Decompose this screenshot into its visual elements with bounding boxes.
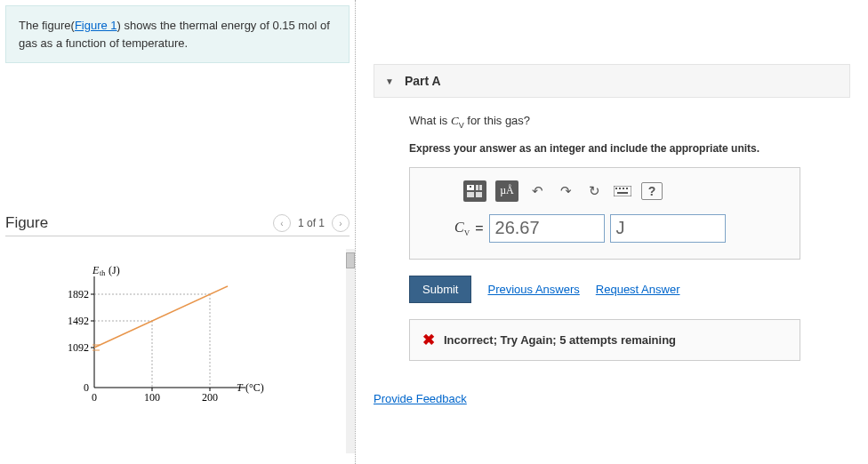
- svg-text:1892: 1892: [68, 288, 89, 300]
- svg-rect-37: [617, 192, 628, 194]
- svg-text:(J): (J): [108, 264, 120, 276]
- svg-text:th: th: [100, 269, 105, 277]
- redo-icon[interactable]: ↷: [556, 181, 575, 201]
- figure-prev-button[interactable]: ‹: [273, 214, 291, 232]
- figure-title: Figure: [5, 214, 48, 232]
- svg-rect-35: [623, 188, 624, 189]
- part-label: Part A: [405, 74, 441, 88]
- problem-pre: The figure(: [19, 19, 75, 32]
- svg-text:1492: 1492: [68, 315, 89, 327]
- toolbar: µÅ ↶ ↷ ↻ ?: [463, 180, 787, 202]
- submit-button[interactable]: Submit: [409, 276, 471, 303]
- figure-section: Figure ‹ 1 of 1 › 0 1092 1492: [0, 214, 355, 414]
- svg-text:E: E: [92, 264, 100, 276]
- figure-nav-text: 1 of 1: [298, 217, 325, 229]
- figure-header: Figure ‹ 1 of 1 ›: [5, 214, 350, 236]
- svg-rect-36: [626, 188, 628, 189]
- svg-rect-32: [614, 186, 631, 196]
- svg-text:(°C): (°C): [245, 381, 264, 394]
- request-answer-link[interactable]: Request Answer: [596, 283, 680, 296]
- svg-rect-31: [476, 192, 482, 197]
- svg-text:200: 200: [202, 391, 218, 404]
- answer-value-input[interactable]: [489, 214, 605, 243]
- keyboard-icon[interactable]: [613, 181, 632, 201]
- svg-rect-29: [479, 185, 482, 190]
- answer-var: CV: [454, 220, 470, 237]
- caret-down-icon: ▼: [385, 76, 394, 86]
- scroll-track: [346, 249, 355, 453]
- figure-nav: ‹ 1 of 1 ›: [273, 214, 350, 232]
- help-button[interactable]: ?: [641, 182, 663, 200]
- svg-text:0: 0: [92, 391, 97, 404]
- svg-line-18: [94, 286, 228, 348]
- previous-answers-link[interactable]: Previous Answers: [487, 283, 579, 296]
- svg-rect-28: [476, 185, 478, 190]
- answer-box: µÅ ↶ ↷ ↻ ? CV =: [409, 167, 800, 260]
- svg-text:100: 100: [144, 391, 160, 404]
- answer-row: CV =: [454, 214, 787, 243]
- incorrect-icon: ✖: [422, 331, 435, 349]
- chart-svg: 0 1092 1492 1892 0 100 200: [50, 263, 281, 414]
- part-header[interactable]: ▼ Part A: [374, 64, 850, 98]
- right-pane: ▼ Part A What is CV for this gas? Expres…: [356, 0, 868, 464]
- feedback-box: ✖ Incorrect; Try Again; 5 attempts remai…: [409, 319, 800, 361]
- svg-text:0: 0: [84, 381, 89, 394]
- templates-icon: [467, 185, 483, 197]
- figure-next-button[interactable]: ›: [332, 214, 350, 232]
- equals-sign: =: [475, 220, 483, 236]
- answer-unit-input[interactable]: [610, 214, 726, 243]
- submit-row: Submit Previous Answers Request Answer: [409, 276, 841, 303]
- undo-icon[interactable]: ↶: [527, 181, 547, 201]
- feedback-text: Incorrect; Try Again; 5 attempts remaini…: [444, 333, 676, 347]
- svg-rect-34: [619, 188, 621, 189]
- left-pane: The figure(Figure 1) shows the thermal e…: [0, 0, 356, 464]
- scroll-thumb[interactable]: [346, 252, 355, 268]
- chart: 0 1092 1492 1892 0 100 200: [50, 263, 281, 414]
- units-button[interactable]: µÅ: [495, 180, 518, 202]
- instruction: Express your answer as an integer and in…: [409, 142, 841, 155]
- templates-button[interactable]: [463, 180, 486, 202]
- question-area: What is CV for this gas? Express your an…: [374, 98, 850, 361]
- svg-text:1092: 1092: [68, 341, 89, 354]
- svg-rect-27: [470, 186, 471, 188]
- reset-icon[interactable]: ↻: [584, 181, 604, 201]
- question-text: What is CV for this gas?: [409, 114, 841, 130]
- svg-rect-33: [615, 188, 617, 189]
- problem-statement: The figure(Figure 1) shows the thermal e…: [5, 5, 350, 63]
- figure-link[interactable]: Figure 1: [75, 19, 117, 32]
- svg-rect-30: [467, 192, 474, 197]
- provide-feedback-link[interactable]: Provide Feedback: [374, 392, 850, 405]
